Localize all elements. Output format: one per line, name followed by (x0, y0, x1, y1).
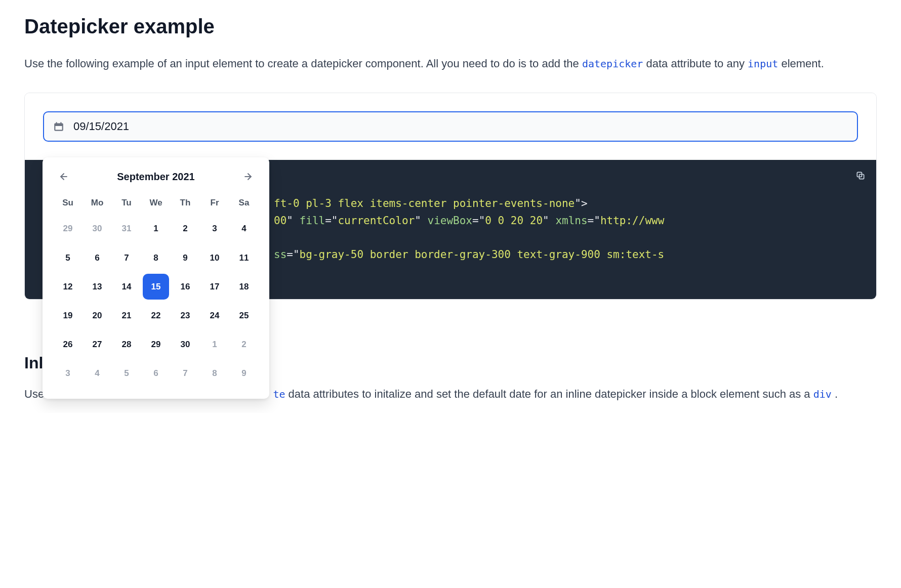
calendar-dow: Tu (113, 193, 140, 213)
code-text: " (286, 215, 299, 227)
calendar-day[interactable]: 5 (55, 245, 81, 271)
calendar-day[interactable]: 12 (55, 274, 81, 300)
calendar-day[interactable]: 3 (55, 360, 81, 386)
calendar-day[interactable]: 22 (143, 303, 169, 328)
code-text: 0 0 20 20 (485, 215, 543, 227)
calendar-day[interactable]: 19 (55, 303, 81, 328)
calendar-day[interactable]: 31 (113, 216, 140, 241)
calendar-dow: We (143, 193, 169, 213)
calendar-day[interactable]: 8 (201, 360, 228, 386)
code-text: =" (472, 215, 485, 227)
date-input[interactable] (72, 119, 848, 134)
code-input: input (748, 58, 778, 70)
calendar-day[interactable]: 9 (231, 360, 257, 386)
calendar-day[interactable]: 7 (172, 360, 198, 386)
code-text: " (575, 197, 581, 209)
code-te: te (273, 388, 285, 400)
calendar-day[interactable]: 24 (201, 303, 228, 328)
calendar-day[interactable]: 4 (231, 216, 257, 241)
calendar-day[interactable]: 1 (143, 216, 169, 241)
code-text: currentColor (338, 215, 415, 227)
lead-text: Use the following example of an input el… (24, 57, 582, 70)
prev-month-button[interactable] (55, 167, 73, 186)
code-text: 00 (274, 215, 286, 227)
code-text: ss (274, 248, 286, 261)
calendar-dow: Th (172, 193, 198, 213)
calendar-day[interactable]: 20 (84, 303, 110, 328)
calendar-day[interactable]: 26 (55, 331, 81, 357)
calendar-day[interactable]: 18 (231, 274, 257, 300)
code-text: fill (300, 215, 325, 227)
calendar-day[interactable]: 6 (143, 360, 169, 386)
example-preview (25, 93, 876, 160)
code-div: div (813, 388, 832, 400)
calendar-day[interactable]: 5 (113, 360, 140, 386)
calendar-dow: Mo (84, 193, 110, 213)
calendar-day[interactable]: 8 (143, 245, 169, 271)
code-text: =" (588, 215, 600, 227)
date-input-wrapper[interactable] (43, 111, 858, 142)
code-text: =" (325, 215, 338, 227)
calendar-day[interactable]: 29 (143, 331, 169, 357)
calendar-day[interactable]: 2 (172, 216, 198, 241)
calendar-dow: Su (55, 193, 81, 213)
calendar-day[interactable]: 17 (201, 274, 228, 300)
code-datepicker: datepicker (582, 58, 643, 70)
calendar-day[interactable]: 14 (113, 274, 140, 300)
calendar-day[interactable]: 30 (84, 216, 110, 241)
calendar-dow: Sa (231, 193, 257, 213)
calendar-day[interactable]: 9 (172, 245, 198, 271)
next-month-button[interactable] (239, 167, 257, 186)
code-text: " (543, 215, 555, 227)
arrow-left-icon (59, 172, 69, 182)
calendar-day[interactable]: 15 (143, 274, 169, 300)
calendar-day[interactable]: 27 (84, 331, 110, 357)
calendar-day[interactable]: 6 (84, 245, 110, 271)
arrow-right-icon (243, 172, 253, 182)
code-text: xmlns (555, 215, 587, 227)
calendar-month-label: September 2021 (117, 169, 194, 185)
calendar-day[interactable]: 3 (201, 216, 228, 241)
calendar-dow: Fr (201, 193, 228, 213)
calendar-day[interactable]: 13 (84, 274, 110, 300)
code-text: http://www (600, 215, 664, 227)
calendar-popover: September 2021 SuMoTuWeThFrSa29303112345… (43, 157, 269, 398)
calendar-day[interactable]: 7 (113, 245, 140, 271)
page-title: Datepicker example (24, 10, 877, 43)
calendar-day[interactable]: 16 (172, 274, 198, 300)
calendar-day[interactable]: 2 (231, 331, 257, 357)
code-text: viewBox (427, 215, 472, 227)
body-text: . (835, 388, 838, 400)
copy-button[interactable] (852, 167, 869, 184)
calendar-day[interactable]: 1 (201, 331, 228, 357)
lead-text: element. (781, 57, 824, 70)
calendar-day[interactable]: 21 (113, 303, 140, 328)
calendar-day[interactable]: 28 (113, 331, 140, 357)
calendar-day[interactable]: 4 (84, 360, 110, 386)
calendar-day[interactable]: 11 (231, 245, 257, 271)
calendar-day[interactable]: 25 (231, 303, 257, 328)
code-text: bg-gray-50 border border-gray-300 text-g… (300, 248, 665, 261)
calendar-day[interactable]: 10 (201, 245, 228, 271)
lead-paragraph: Use the following example of an input el… (24, 55, 877, 72)
calendar-day[interactable]: 29 (55, 216, 81, 241)
calendar-icon (53, 121, 64, 132)
calendar-day[interactable]: 30 (172, 331, 198, 357)
calendar-day[interactable]: 23 (172, 303, 198, 328)
code-text: > (581, 197, 588, 209)
code-text: " (415, 215, 427, 227)
body-text: Use (24, 388, 44, 400)
code-text: ft-0 pl-3 flex items-center pointer-even… (274, 197, 575, 209)
code-text: =" (286, 248, 299, 261)
lead-text: data attribute to any (646, 57, 748, 70)
body-text: data attributes to initalize and set the… (289, 388, 813, 400)
